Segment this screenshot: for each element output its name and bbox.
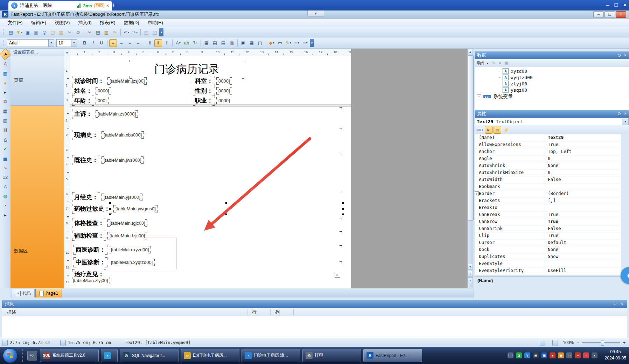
property-value[interactable]: True — [545, 141, 621, 148]
close-icon[interactable]: × — [624, 53, 627, 58]
field-value[interactable]: [tableMain.tgjc00] — [107, 219, 147, 227]
chevron-down-icon[interactable]: ▼ — [48, 40, 54, 47]
ruler-splitter-icon[interactable]: ◂▸ — [64, 49, 70, 57]
border-none-button[interactable]: ▢ — [256, 39, 264, 47]
property-value[interactable]: True — [545, 274, 621, 275]
field-value[interactable]: 0000] — [216, 97, 232, 104]
menu-item-1[interactable]: 编辑(E) — [27, 19, 50, 27]
band-config-header[interactable]: 设置报表栏... — [11, 49, 64, 56]
property-row-Dock[interactable]: DockNone — [475, 246, 621, 253]
property-value[interactable]: None — [545, 246, 621, 253]
property-value[interactable] — [545, 260, 621, 267]
tray-camera-icon[interactable]: ◉ — [533, 352, 539, 358]
underline-button[interactable]: U — [98, 39, 105, 47]
property-value[interactable]: Show — [545, 253, 621, 260]
tree-item-xyqtzd00[interactable]: ┄Axyqtzd00 — [498, 75, 533, 80]
taskbar-clock[interactable]: 09:45 2024-09-05 — [605, 349, 626, 361]
field-value[interactable]: [tableMain.jws000] — [102, 156, 144, 164]
next-page-icon[interactable]: ⇣ — [468, 277, 473, 283]
subreport-tool[interactable]: ⧉ — [1, 97, 9, 106]
field-value[interactable]: [tableMain.fzjc00] — [107, 232, 147, 239]
report-field-5[interactable]: 职业：0000] — [193, 96, 232, 106]
tray-red-icon[interactable]: ● — [550, 352, 555, 358]
taskbar-button-5[interactable]: ⎙打印 — [302, 349, 361, 362]
field-value[interactable]: [tableMain.ywgms0] — [113, 205, 158, 212]
tab-code[interactable]: ≡ 代码 — [12, 289, 35, 298]
close-icon[interactable]: × — [624, 111, 627, 116]
checkbox-tool[interactable]: ✔ — [1, 145, 9, 153]
select-tool[interactable]: ➤ — [0, 48, 11, 60]
border-top-button[interactable]: ▤ — [211, 39, 219, 47]
pin-icon[interactable] — [618, 112, 621, 115]
field-value[interactable]: [tableMain.jzsj00] — [107, 77, 147, 85]
taskbar-button-3[interactable]: ▱E:\门诊电子病历... — [181, 349, 239, 362]
chart-tool[interactable]: ▅ — [1, 154, 9, 162]
ungroup-icon[interactable]: ◱ — [151, 28, 159, 36]
zoom-slider-thumb[interactable] — [601, 341, 604, 346]
pin-icon[interactable] — [614, 302, 616, 304]
tray-pc-icon[interactable]: ▭ — [566, 352, 572, 358]
property-value[interactable] — [545, 204, 621, 211]
valign-top-button[interactable]: ⫴ — [146, 39, 154, 47]
new-report-icon[interactable]: ▤ — [7, 28, 15, 36]
field-value[interactable]: [tableMain.xyzd00] — [109, 246, 151, 253]
delete-icon[interactable]: ✕ — [498, 61, 502, 65]
property-value[interactable]: [,] — [545, 197, 621, 204]
border-outer-button[interactable]: ▣ — [239, 39, 247, 47]
report-field-6[interactable]: 主诉：[tableMain.zs0000] — [72, 109, 138, 119]
property-row-AutoShrinkMinSize[interactable]: AutoShrinkMinSize0 — [475, 169, 621, 176]
alphabetical-sort-icon[interactable]: A↓ — [485, 126, 492, 134]
browser-minimize-button[interactable]: ─ — [606, 2, 609, 8]
highlight-button[interactable]: ab — [183, 39, 190, 47]
property-value[interactable]: Default — [545, 239, 621, 246]
more-shapes[interactable]: ▸ — [1, 88, 9, 96]
tree-item-system-variables[interactable]: +var系统变量 — [477, 93, 513, 100]
gauge-tool[interactable]: ◔ — [1, 201, 9, 210]
border-inner-button[interactable]: ▦ — [248, 39, 256, 47]
browser-collapse-button[interactable]: ▼ — [307, 10, 324, 17]
scroll-down-icon[interactable]: ▼ — [468, 264, 473, 270]
edit-icon[interactable]: ✎ — [492, 61, 495, 65]
font-color-button[interactable]: A▾ — [174, 39, 182, 47]
property-row-Angle[interactable]: Angle0 — [475, 155, 621, 162]
font-size-combo[interactable]: 10▼ — [56, 39, 77, 47]
line-style-button[interactable]: ┅▾ — [301, 39, 309, 47]
window-minimize-button[interactable]: ─ — [593, 11, 604, 18]
scroll-thumb[interactable] — [468, 55, 474, 220]
shapes-tool[interactable]: ▲ — [1, 78, 9, 87]
zoom-slider[interactable] — [582, 342, 620, 343]
field-value[interactable]: [tableMain.yjs000] — [102, 194, 142, 201]
page-view-icon[interactable] — [540, 340, 545, 345]
table-tool[interactable]: ▦ — [1, 107, 9, 115]
tree-item-xyzd00[interactable]: ┄Axyzd00 — [498, 68, 527, 74]
tray-blue-icon[interactable]: ▣ — [541, 352, 547, 358]
report-field-13[interactable]: 西医诊断：[tableMain.xyzd00] — [74, 245, 151, 255]
selection-handle[interactable] — [342, 202, 344, 204]
property-value[interactable]: UseFill — [545, 267, 621, 274]
toolbar-overflow-icon[interactable]: ▾ — [310, 39, 314, 47]
menu-item-2[interactable]: 视图(V) — [50, 19, 74, 27]
report-field-8[interactable]: 既往史：[tableMain.jws000] — [72, 155, 144, 165]
report-page[interactable]: 门诊病历记录 ▸ 就诊时间：[tableMain.jzsj00]科室：0000]… — [70, 56, 351, 288]
taskbar-button-1[interactable]: ◗ — [101, 349, 118, 362]
text-tool[interactable]: A — [1, 59, 9, 68]
property-value[interactable]: Text29 — [545, 134, 621, 141]
property-row-BreakTo[interactable]: BreakTo — [475, 204, 621, 211]
report-field-4[interactable]: 年龄：000] — [72, 96, 109, 106]
field-tool[interactable]: A — [1, 182, 9, 191]
scroll-up-icon[interactable]: ▲ — [468, 49, 473, 55]
chevron-down-icon[interactable]: ▼ — [71, 40, 77, 47]
line-chart-tool[interactable]: ∿ — [1, 163, 9, 172]
field-value[interactable]: [tableMain.xbs000] — [102, 131, 144, 139]
property-value[interactable]: False — [545, 225, 621, 232]
tray-shield-icon[interactable]: ◆ — [558, 352, 564, 358]
border-bottom-button[interactable]: ▤ — [219, 39, 227, 47]
tray-volume-icon[interactable]: ◖ — [592, 352, 597, 358]
selection-handle[interactable] — [109, 214, 111, 215]
expand-icon[interactable]: + — [477, 94, 481, 99]
save-report-icon[interactable]: ▣ — [24, 28, 32, 36]
menu-item-0[interactable]: 文件(F) — [4, 19, 27, 27]
property-row-Cursor[interactable]: CursorDefault — [475, 239, 621, 246]
tray-s-icon[interactable]: S — [516, 352, 522, 358]
report-field-7[interactable]: 现病史：[tableMain.xbs000] — [72, 130, 144, 140]
